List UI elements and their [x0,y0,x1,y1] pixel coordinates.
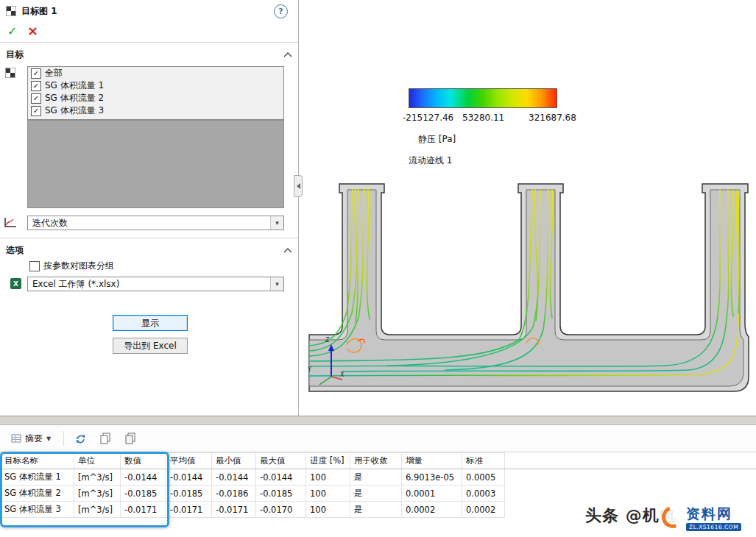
column-header: 目标名称 [1,453,74,469]
help-icon[interactable]: ? [274,4,288,18]
table-row[interactable]: SG 体积流量 2[m^3/s]-0.0185-0.0185-0.0186-0.… [1,486,756,502]
column-header: 单位 [74,453,121,469]
column-header: 用于收敛 [350,453,402,469]
app-window: 目标图 1 ? ✓ × 目标 ✓ 全部 ✓ SG 体积流量 1 [0,0,756,537]
goal-item-label: SG 体积流量 3 [45,104,104,117]
legend-mid-value: 53280.11 [462,113,504,123]
collapse-chevron-icon[interactable] [283,52,292,57]
table-cell: 100 [306,502,350,518]
copy-as-icon [124,433,136,444]
column-header: 增量 [402,453,462,469]
header-filler [505,453,756,469]
table-cell: 是 [350,486,402,502]
confirm-button[interactable]: ✓ [7,24,17,38]
checkbox-checked[interactable]: ✓ [31,81,41,91]
goal-item-sg1[interactable]: ✓ SG 体积流量 1 [28,79,283,92]
logo-domain: ZL.XS1616.COM [686,523,741,531]
row-filler [505,486,756,502]
goals-section-header[interactable]: 目标 [6,47,292,62]
table-cell: 0.0002 [462,502,505,518]
triad-z-label: Z [325,337,329,344]
table-cell: -0.0144 [256,469,306,486]
row-filler [505,469,756,486]
abscissa-select[interactable]: 迭代次数 ▾ [27,216,284,230]
checkbox-checked[interactable]: ✓ [31,68,41,79]
export-format-value: Excel 工作簿 (*.xlsx) [32,278,119,291]
site-logo: 资料网 ZL.XS1616.COM [660,502,748,536]
table-cell: -0.0144 [212,469,256,486]
options-section-label: 选项 [6,244,24,257]
logo-name: 资料网 [686,505,732,524]
legend-title: 静压 [Pa] [418,133,456,146]
copy-icon [99,433,111,444]
goals-section-label: 目标 [6,49,24,61]
group-by-parameter-label: 按参数对图表分组 [43,260,114,272]
column-header: 标准 [462,453,505,469]
export-to-excel-button[interactable]: 导出到 Excel [113,338,188,354]
summary-label: 摘要 [25,433,43,445]
table-cell: 是 [350,502,402,518]
table-cell: SG 体积流量 3 [1,502,74,518]
table-cell: 0.0003 [462,486,505,502]
table-cell: -0.0185 [166,486,212,502]
goal-plot-icon [6,6,16,16]
table-cell: -0.0144 [121,469,166,486]
pipe-geometry-inner [309,190,743,386]
caret-down-icon: ▼ [46,435,51,442]
goals-flag-icon [5,68,15,78]
goal-item-label: SG 体积流量 1 [45,79,104,92]
copy-button[interactable] [96,430,114,447]
cancel-button[interactable]: × [27,23,38,38]
summary-dropdown-button[interactable]: 摘要 ▼ [6,430,56,448]
column-header: 最小值 [212,453,256,469]
table-cell: 0.0002 [402,502,462,518]
horizontal-splitter[interactable] [0,416,756,425]
triad-y-label: Y [308,366,311,373]
table-cell: -0.0170 [256,502,306,518]
copy-as-button[interactable] [121,430,139,447]
flow-simulation-viewport[interactable] [298,0,756,416]
legend-min-value: -215127.46 [403,113,453,123]
goal-item-sg2[interactable]: ✓ SG 体积流量 2 [28,92,283,104]
goal-list-empty-area [27,120,284,208]
table-cell: [m^3/s] [74,502,121,518]
checkbox-unchecked[interactable] [29,261,40,271]
table-cell: -0.0185 [256,486,306,502]
table-cell: 0.0001 [402,486,462,502]
table-row[interactable]: SG 体积流量 1[m^3/s]-0.0144-0.0144-0.0144-0.… [1,469,756,486]
abscissa-axis-icon [3,216,18,230]
flow-trajectories-label: 流动迹线 1 [409,154,452,167]
column-header: 数值 [121,453,166,469]
goal-item-label: SG 体积流量 2 [45,92,104,104]
chevron-down-icon[interactable]: ▾ [270,277,283,291]
column-header: 平均值 [166,453,212,469]
export-format-select[interactable]: Excel 工作簿 (*.xlsx) ▾ [27,277,284,291]
collapse-chevron-icon[interactable] [283,248,292,253]
refresh-button[interactable] [71,430,89,447]
show-button[interactable]: 显示 [113,315,188,331]
table-cell: -0.0171 [166,502,212,518]
goal-plot-panel: 目标图 1 ? ✓ × 目标 ✓ 全部 ✓ SG 体积流量 1 [0,0,299,416]
table-header-row: 目标名称单位数值平均值最小值最大值进度 [%]用于收敛增量标准 [1,453,756,469]
checkbox-checked[interactable]: ✓ [31,106,41,116]
pressure-color-legend [409,88,557,108]
table-cell: -0.0186 [212,486,256,502]
table-cell: -0.0185 [121,486,166,502]
goal-item-all[interactable]: ✓ 全部 [28,67,283,79]
table-cell: 100 [306,469,350,486]
table-cell: -0.0144 [166,469,212,486]
chevron-down-icon[interactable]: ▾ [270,216,283,230]
summary-sheet-icon [11,433,21,444]
panel-title-bar: 目标图 1 [0,0,298,22]
options-section-header[interactable]: 选项 [6,243,292,257]
goal-item-label: 全部 [45,67,63,79]
table-cell: SG 体积流量 1 [1,469,74,486]
results-toolbar: 摘要 ▼ [0,425,756,452]
checkbox-checked[interactable]: ✓ [31,93,41,104]
goal-list[interactable]: ✓ 全部 ✓ SG 体积流量 1 ✓ SG 体积流量 2 ✓ SG 体积流量 3 [27,66,284,120]
table-cell: [m^3/s] [74,486,121,502]
table-cell: 是 [350,469,402,486]
logo-swoosh-icon [658,502,688,532]
group-by-parameter-option[interactable]: 按参数对图表分组 [29,260,114,272]
goal-item-sg3[interactable]: ✓ SG 体积流量 3 [28,104,283,117]
